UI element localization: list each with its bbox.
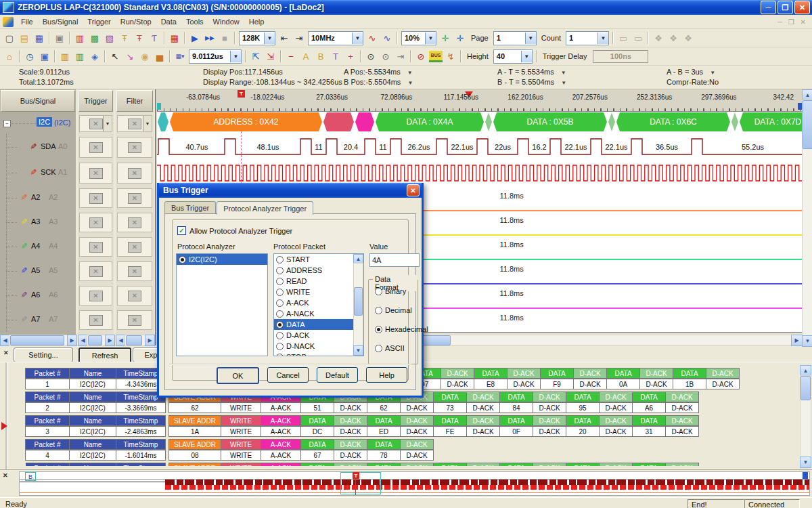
- gray-tool2-icon[interactable]: ❖: [666, 31, 681, 45]
- bus-segment[interactable]: [355, 112, 374, 131]
- packet-item-d-nack[interactable]: D-NACK: [274, 341, 363, 352]
- menu-window[interactable]: Window: [208, 16, 244, 27]
- chevron-down-icon[interactable]: ▼: [525, 33, 536, 44]
- menu-trigger[interactable]: Trigger: [83, 16, 115, 27]
- bus-segment-data-0x4a[interactable]: DATA : 0X4A: [376, 112, 484, 131]
- packet-item-address[interactable]: ADDRESS: [274, 265, 363, 276]
- stack-b-icon[interactable]: ▭: [631, 31, 646, 45]
- b-bar-icon[interactable]: B: [313, 49, 328, 63]
- packet-item-a-nack[interactable]: A-NACK: [274, 308, 363, 319]
- tab-bus-trigger[interactable]: Bus Trigger: [164, 201, 216, 215]
- bus-trigger-setup-icon[interactable]: ▥: [72, 31, 87, 45]
- packet-table-5[interactable]: Packet #NameTimeStampSLAVE ADDRWRITEA-AC…: [26, 463, 699, 466]
- minus-bar-icon[interactable]: −: [284, 49, 298, 63]
- jump-icon[interactable]: ⇥: [393, 49, 408, 63]
- filter-cell-a2[interactable]: ✕: [117, 188, 152, 208]
- plus-bar-icon[interactable]: +: [343, 49, 358, 63]
- filter-cell-a4[interactable]: ✕: [117, 237, 152, 257]
- navigator-b-marker[interactable]: B: [25, 472, 36, 481]
- filter-cell-a3[interactable]: ✕: [117, 213, 152, 232]
- stop-icon[interactable]: ■: [217, 31, 232, 45]
- bus-segment[interactable]: [731, 112, 738, 131]
- protocol-packet-list[interactable]: STARTADDRESSREADWRITEA-ACKA-NACKDATAD-AC…: [273, 253, 364, 356]
- chevron-down-icon[interactable]: ▼: [597, 33, 608, 44]
- chevron-down-icon[interactable]: ▼: [710, 70, 715, 76]
- bus-segment[interactable]: [608, 112, 615, 131]
- chevron-down-icon[interactable]: ▼: [264, 33, 275, 44]
- memory-page-prev-icon[interactable]: ⇤: [277, 31, 292, 45]
- stack-a-icon[interactable]: ▭: [616, 31, 631, 45]
- t-bar-icon[interactable]: T: [328, 49, 343, 63]
- height-combo[interactable]: 40▼: [493, 49, 533, 64]
- film-strip-icon[interactable]: ▦: [167, 31, 182, 45]
- navigator-view-box[interactable]: [340, 472, 381, 494]
- bus-segment-data-0x7d[interactable]: DATA : 0X7D: [740, 112, 802, 131]
- signal-row-a5[interactable]: ✎A5A5: [0, 259, 76, 283]
- signal-row-a7[interactable]: ✎A7A7: [0, 308, 76, 332]
- a-bar-icon[interactable]: A: [298, 49, 313, 63]
- trigger-cell-a2[interactable]: ✕: [79, 188, 112, 208]
- hand-tool-icon[interactable]: ◉: [137, 49, 152, 63]
- wave-blue-icon[interactable]: ∿: [380, 31, 394, 45]
- workspace-icon[interactable]: ◈: [87, 49, 102, 63]
- chevron-down-icon[interactable]: ▼: [407, 70, 413, 76]
- filter-cell-sda[interactable]: ✕: [117, 137, 152, 158]
- format-ascii[interactable]: ASCII: [375, 344, 405, 352]
- memory-depth-combo[interactable]: 128K▼: [239, 31, 275, 45]
- format-hexadecimal[interactable]: Hexadecimal: [375, 325, 428, 333]
- close-button[interactable]: ✕: [794, 1, 810, 14]
- sda-waveform-row[interactable]: 40.7us48.1us1120.41126.2us22.1us22us16.2…: [157, 134, 802, 160]
- trigger-cell-a7[interactable]: ✕: [79, 310, 112, 330]
- chevron-down-icon[interactable]: ▼: [407, 80, 413, 86]
- trigger-cell-a4[interactable]: ✕: [79, 237, 112, 257]
- filter-cell-a7[interactable]: ✕: [117, 310, 152, 330]
- protocol-analyzer-list[interactable]: I2C(I2C): [176, 253, 268, 356]
- wave-red-icon[interactable]: ∿: [365, 31, 380, 45]
- trigger-mark-icon[interactable]: ▩: [87, 31, 102, 45]
- gray-tool1-icon[interactable]: ❖: [651, 31, 666, 45]
- navigator-close-icon[interactable]: ✕: [3, 472, 8, 479]
- dialog-title-bar[interactable]: Bus Trigger ✕: [159, 183, 422, 198]
- setting-button[interactable]: Setting...: [14, 347, 73, 362]
- snapshot-icon[interactable]: ▣: [37, 49, 52, 63]
- display-ratio-combo[interactable]: 10%▼: [401, 31, 436, 45]
- format-binary[interactable]: Binary: [375, 287, 406, 295]
- packet-item-write[interactable]: WRITE: [274, 287, 363, 297]
- gray-tool3-icon[interactable]: ❖: [681, 31, 696, 45]
- bus-segment-data-0x6c[interactable]: DATA : 0X6C: [616, 112, 730, 131]
- trigger-cell-a3[interactable]: ✕: [79, 213, 112, 232]
- trigger-cell-sck[interactable]: ✕: [79, 163, 112, 184]
- chevron-down-icon[interactable]: ▼: [561, 70, 566, 76]
- bus-signal-header[interactable]: Bus/Signal: [1, 90, 75, 112]
- filter-cell-sck[interactable]: ✕: [117, 163, 152, 184]
- packet-item-a-ack[interactable]: A-ACK: [274, 297, 363, 308]
- mdi-window-controls[interactable]: ─ ❐ ✕: [777, 18, 812, 26]
- default-button[interactable]: Default: [317, 367, 358, 383]
- menu-bus-signal[interactable]: Bus/Signal: [38, 16, 83, 27]
- menu-data[interactable]: Data: [156, 16, 181, 27]
- dialog-close-icon[interactable]: ✕: [407, 184, 420, 196]
- new-file-icon[interactable]: ▢: [2, 31, 17, 45]
- refresh-button[interactable]: Refresh: [78, 347, 131, 362]
- bus-segment[interactable]: [485, 112, 492, 131]
- b-bar-edge-marker[interactable]: [157, 103, 161, 110]
- chevron-down-icon[interactable]: ▼: [103, 116, 112, 131]
- panel-splitter[interactable]: [155, 89, 156, 345]
- trigger-t2-icon[interactable]: Ŧ: [132, 31, 147, 45]
- chevron-down-icon[interactable]: ▼: [143, 116, 152, 131]
- time-ruler[interactable]: T -63.0784us-18.0224us27.0336us72.0896us…: [157, 89, 802, 112]
- grid-green-icon[interactable]: ▥: [72, 49, 87, 63]
- panel-close-icon[interactable]: ✕: [3, 350, 9, 356]
- navigator-overview[interactable]: B T: [19, 471, 810, 496]
- allow-protocol-trigger-checkbox[interactable]: ✓ Allow Protocol Analyzer Trigger: [177, 226, 292, 235]
- chevron-down-icon[interactable]: ▼: [521, 51, 532, 62]
- trigger-cell-a6[interactable]: ✕: [79, 286, 112, 305]
- menu-help[interactable]: Help: [244, 16, 269, 27]
- packet-item-stop[interactable]: STOP: [274, 352, 363, 356]
- minimize-button[interactable]: ─: [761, 1, 776, 14]
- no-display-icon[interactable]: ⊘: [413, 49, 428, 63]
- value-field[interactable]: 4A: [369, 253, 420, 267]
- grid-orange-icon[interactable]: ▥: [58, 49, 72, 63]
- count-combo[interactable]: 1▼: [566, 31, 609, 45]
- partial-select-icon[interactable]: ↘: [122, 49, 137, 63]
